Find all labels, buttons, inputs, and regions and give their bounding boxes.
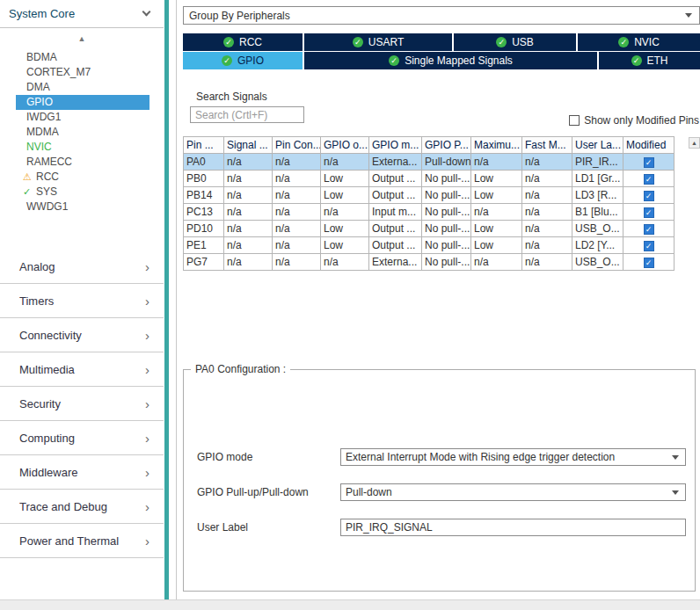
check-badge-icon: ✓ bbox=[618, 37, 629, 47]
check-icon: ✓ bbox=[23, 185, 36, 200]
check-badge-icon: ✓ bbox=[389, 55, 399, 66]
column-header-pin-context[interactable]: Pin Con... bbox=[273, 137, 321, 154]
gpio-mode-row: GPIO mode External Interrupt Mode with R… bbox=[197, 448, 686, 466]
sidebar-item-gpio[interactable]: GPIO bbox=[16, 95, 149, 110]
sidebar-category-multimedia[interactable]: Multimedia › bbox=[0, 352, 164, 387]
column-header-fast-mode[interactable]: Fast M... bbox=[522, 137, 572, 154]
sidebar-item-nvic[interactable]: NVIC bbox=[16, 140, 149, 155]
dropdown-arrow-icon bbox=[672, 490, 679, 495]
gpio-pull-row: GPIO Pull-up/Pull-down Pull-down bbox=[197, 483, 686, 501]
tab-single-mapped-signals[interactable]: ✓ Single Mapped Signals bbox=[304, 52, 597, 69]
sidebar-scroll-up-button[interactable]: ▲ bbox=[0, 28, 164, 50]
gpio-pull-label: GPIO Pull-up/Pull-down bbox=[197, 486, 340, 498]
check-badge-icon: ✓ bbox=[631, 55, 642, 66]
column-header-user-label[interactable]: User La... bbox=[572, 137, 623, 154]
sidebar-category-analog[interactable]: Analog › bbox=[0, 250, 164, 284]
modified-checkbox[interactable]: ✓ bbox=[644, 224, 654, 235]
modified-checkbox[interactable]: ✓ bbox=[644, 174, 654, 185]
modified-checkbox[interactable]: ✓ bbox=[644, 241, 654, 251]
group-by-value: Group By Peripherals bbox=[189, 10, 290, 22]
pane-splitter[interactable] bbox=[164, 0, 169, 610]
bottom-scrollbar-strip[interactable] bbox=[0, 599, 700, 610]
chevron-right-icon: › bbox=[145, 396, 149, 411]
tab-usb[interactable]: ✓ USB bbox=[454, 33, 576, 51]
peripheral-tabs: ✓ RCC ✓ USART ✓ USB ✓ NVIC ✓ GPIO ✓ bbox=[183, 33, 700, 70]
chevron-right-icon: › bbox=[145, 259, 149, 274]
sidebar-item-wwdg1[interactable]: WWDG1 bbox=[16, 200, 149, 214]
sidebar-category-computing[interactable]: Computing › bbox=[0, 421, 164, 455]
tab-row-2: ✓ GPIO ✓ Single Mapped Signals ✓ ETH bbox=[183, 52, 700, 69]
config-group-title: PA0 Configuration : bbox=[191, 363, 290, 375]
table-row-pe1[interactable]: PE1 n/a n/a Low Output ... No pull-... L… bbox=[184, 237, 674, 254]
sidebar-item-ramecc[interactable]: RAMECC bbox=[16, 155, 149, 170]
tab-usart[interactable]: ✓ USART bbox=[304, 33, 452, 51]
sidebar-item-cortex-m7[interactable]: CORTEX_M7 bbox=[16, 65, 149, 80]
sidebar-item-dma[interactable]: DMA bbox=[16, 80, 149, 95]
warning-icon: ⚠ bbox=[23, 170, 36, 185]
sidebar-item-sys[interactable]: ✓SYS bbox=[16, 185, 149, 200]
column-header-gpio-mode[interactable]: GPIO m... bbox=[369, 137, 422, 154]
peripherals-sidebar: System Core ▲ BDMA CORTEX_M7 DMA GPIO IW… bbox=[0, 0, 164, 599]
sidebar-category-trace-and-debug[interactable]: Trace and Debug › bbox=[0, 490, 164, 524]
sidebar-category-power-and-thermal[interactable]: Power and Thermal › bbox=[0, 524, 164, 558]
mode-configuration-pane: Group By Peripherals ✓ RCC ✓ USART ✓ USB… bbox=[176, 0, 700, 599]
column-header-modified[interactable]: Modified bbox=[623, 137, 674, 154]
tab-eth[interactable]: ✓ ETH bbox=[599, 52, 700, 69]
column-header-gpio-output[interactable]: GPIO o... bbox=[321, 137, 369, 154]
user-label-row: User Label bbox=[197, 519, 686, 536]
chevron-right-icon: › bbox=[145, 294, 149, 309]
column-header-gpio-pull[interactable]: GPIO P... bbox=[422, 137, 471, 154]
table-row-pa0[interactable]: PA0 n/a n/a n/a Externa... Pull-down n/a… bbox=[184, 154, 674, 171]
table-scrollbar-up-button[interactable]: ▲ bbox=[689, 137, 700, 149]
gpio-mode-label: GPIO mode bbox=[197, 451, 340, 463]
sidebar-category-middleware[interactable]: Middleware › bbox=[0, 455, 164, 490]
column-header-pin[interactable]: Pin ... bbox=[184, 137, 224, 154]
modified-checkbox[interactable]: ✓ bbox=[644, 258, 654, 268]
user-label-input[interactable] bbox=[340, 519, 686, 536]
sidebar-category-security[interactable]: Security › bbox=[0, 387, 164, 421]
chevron-right-icon: › bbox=[145, 328, 149, 343]
tab-gpio[interactable]: ✓ GPIO bbox=[183, 52, 303, 69]
sidebar-item-mdma[interactable]: MDMA bbox=[16, 125, 149, 140]
sidebar-category-timers[interactable]: Timers › bbox=[0, 284, 164, 318]
sidebar-header-system-core[interactable]: System Core bbox=[0, 0, 164, 28]
search-signals-label: Search Signals bbox=[196, 91, 267, 103]
gpio-mode-value: External Interrupt Mode with Rising edge… bbox=[346, 451, 615, 463]
check-badge-icon: ✓ bbox=[222, 55, 232, 66]
gpio-pins-table: Pin ... Signal ... Pin Con... GPIO o... … bbox=[183, 136, 674, 271]
sidebar-category-connectivity[interactable]: Connectivity › bbox=[0, 318, 164, 352]
checkbox-unchecked[interactable] bbox=[569, 115, 580, 126]
tab-row-1: ✓ RCC ✓ USART ✓ USB ✓ NVIC bbox=[183, 33, 700, 51]
check-badge-icon: ✓ bbox=[496, 37, 507, 47]
column-header-maximum[interactable]: Maximu... bbox=[471, 137, 522, 154]
search-input[interactable] bbox=[190, 106, 304, 123]
tab-nvic[interactable]: ✓ NVIC bbox=[578, 33, 700, 51]
pa0-configuration-group: PA0 Configuration : GPIO mode External I… bbox=[183, 369, 696, 592]
sidebar-item-iwdg1[interactable]: IWDG1 bbox=[16, 110, 149, 125]
table-row-pb14[interactable]: PB14 n/a n/a Low Output ... No pull-... … bbox=[184, 187, 674, 204]
show-only-modified-pins-label: Show only Modified Pins bbox=[584, 114, 699, 127]
dropdown-arrow-icon bbox=[685, 13, 692, 18]
dropdown-arrow-icon bbox=[672, 455, 679, 460]
sidebar-item-rcc[interactable]: ⚠RCC bbox=[16, 170, 149, 185]
modified-checkbox[interactable]: ✓ bbox=[644, 207, 654, 218]
scroll-up-icon: ▲ bbox=[78, 34, 86, 43]
sidebar-category-list: Analog › Timers › Connectivity › Multime… bbox=[0, 250, 164, 558]
chevron-right-icon: › bbox=[145, 362, 149, 377]
chevron-right-icon: › bbox=[145, 431, 149, 446]
tab-rcc[interactable]: ✓ RCC bbox=[183, 33, 303, 51]
group-by-dropdown[interactable]: Group By Peripherals bbox=[183, 6, 700, 25]
table-row-pg7[interactable]: PG7 n/a n/a n/a Externa... No pull-... n… bbox=[184, 254, 674, 271]
table-row-pb0[interactable]: PB0 n/a n/a Low Output ... No pull-... L… bbox=[184, 171, 674, 187]
table-row-pd10[interactable]: PD10 n/a n/a Low Output ... No pull-... … bbox=[184, 221, 674, 237]
modified-checkbox[interactable]: ✓ bbox=[644, 191, 654, 201]
modified-checkbox[interactable]: ✓ bbox=[644, 157, 654, 168]
show-only-modified-pins-toggle[interactable]: Show only Modified Pins bbox=[569, 114, 699, 127]
sidebar-peripheral-list: BDMA CORTEX_M7 DMA GPIO IWDG1 MDMA NVIC … bbox=[0, 50, 164, 214]
column-header-signal[interactable]: Signal ... bbox=[224, 137, 273, 154]
gpio-mode-dropdown[interactable]: External Interrupt Mode with Rising edge… bbox=[340, 448, 686, 466]
chevron-down-icon bbox=[142, 8, 151, 17]
gpio-pull-dropdown[interactable]: Pull-down bbox=[340, 483, 686, 501]
sidebar-item-bdma[interactable]: BDMA bbox=[16, 50, 149, 65]
table-row-pc13[interactable]: PC13 n/a n/a n/a Input m... No pull-... … bbox=[184, 204, 674, 221]
